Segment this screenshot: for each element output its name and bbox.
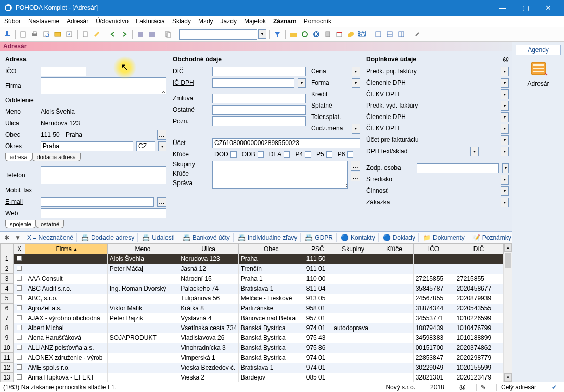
tool-grid2-icon[interactable]	[384, 29, 395, 40]
email-button[interactable]: …	[157, 197, 166, 207]
toolbar-search-input[interactable]	[179, 29, 257, 40]
input-telefon[interactable]	[41, 166, 166, 184]
input-ucet[interactable]	[212, 138, 360, 148]
row-checkbox[interactable]	[14, 274, 25, 284]
menu-zaznam[interactable]: Záznam	[273, 18, 297, 25]
tool-iban-icon[interactable]: IBAN	[357, 29, 367, 40]
tab-ostatne[interactable]: ostatné	[36, 220, 64, 228]
key-dea-checkbox[interactable]	[284, 151, 290, 158]
side-label[interactable]: Adresár	[516, 80, 561, 87]
key-dod-checkbox[interactable]	[230, 151, 237, 158]
side-head[interactable]: Agendy	[516, 45, 561, 55]
input-zodp[interactable]	[417, 163, 499, 173]
menu-sklady[interactable]: Sklady	[172, 18, 191, 25]
table-row[interactable]: 5ABC, s.r.o.Tulipánová 56Melčice - Liesk…	[1, 294, 504, 304]
tool-mail-icon[interactable]	[53, 29, 63, 40]
skupiny-button[interactable]: …	[351, 161, 360, 171]
grid-filter-icon[interactable]: ▼	[12, 234, 23, 241]
row-checkbox[interactable]	[14, 323, 25, 333]
dph-sklad-dd2[interactable]: ▾	[501, 147, 509, 156]
col-kluce[interactable]: Kľúče	[375, 244, 413, 254]
minimize-button[interactable]: —	[491, 0, 514, 16]
tool-refresh-icon[interactable]	[300, 29, 310, 40]
predk-prij-dropdown[interactable]: ▾	[501, 67, 509, 76]
tool-coins-icon[interactable]	[345, 29, 356, 40]
menu-uctovnictvo[interactable]: Účtovníctvo	[96, 18, 129, 25]
cena-dropdown[interactable]: ▾	[352, 67, 360, 76]
input-zmluva[interactable]	[212, 94, 306, 103]
obec-picker-button[interactable]: …	[157, 130, 166, 140]
input-firma[interactable]	[41, 77, 166, 94]
key-p5-checkbox[interactable]	[326, 151, 332, 158]
menu-mzdy[interactable]: Mzdy	[198, 18, 213, 25]
menu-jazdy[interactable]: Jazdy	[221, 18, 237, 25]
row-checkbox[interactable]	[14, 353, 25, 363]
at-icon[interactable]: @	[503, 56, 509, 63]
tool-grid3-icon[interactable]	[396, 29, 406, 40]
status-edit-icon[interactable]: ✎	[476, 384, 490, 391]
tool-folder-icon[interactable]	[288, 29, 299, 40]
menu-fakturacia[interactable]: Fakturácia	[136, 18, 165, 25]
dph-sklad-dd1[interactable]: ▾	[470, 147, 479, 156]
table-row[interactable]: 13Anna Hupková - EFEKTVieska 2Bardejov08…	[1, 373, 504, 382]
menu-pomocnik[interactable]: Pomocník	[304, 18, 331, 25]
tool-calc-icon[interactable]	[323, 29, 333, 40]
table-row[interactable]: 10ALLIANZ poisťovňa a.s.Vinohradnícka 3B…	[1, 343, 504, 353]
col-dic[interactable]: DIČ	[454, 244, 504, 254]
input-skupiny[interactable]	[212, 161, 348, 189]
tab-adresa[interactable]: adresa	[5, 153, 32, 161]
input-dic[interactable]	[212, 67, 306, 76]
tool-copy-icon[interactable]	[163, 29, 173, 40]
table-row[interactable]: 11ALONEX združenie - výrobVimperská 1Ban…	[1, 353, 504, 363]
clenenie1-dropdown[interactable]: ▾	[501, 78, 509, 88]
stredisko-dropdown[interactable]: ▾	[501, 175, 509, 185]
forma-dropdown[interactable]: ▾	[352, 78, 360, 88]
row-checkbox[interactable]	[14, 264, 25, 274]
col-ulica[interactable]: Ulica	[178, 244, 238, 254]
tool-back-icon[interactable]	[108, 29, 118, 40]
gtab-kontakty[interactable]: 🔵 Kontakty	[338, 233, 379, 242]
ucet-fakt-dropdown[interactable]: ▾	[501, 135, 509, 145]
tool-save-icon[interactable]	[135, 29, 146, 40]
key-p4-checkbox[interactable]	[305, 151, 311, 158]
table-row[interactable]: 4ABC Audit s.r.o.Ing. Roman DvorskýPalac…	[1, 284, 504, 294]
input-pozn[interactable]	[212, 116, 306, 126]
row-checkbox[interactable]	[14, 284, 25, 294]
side-agenda-icon[interactable]	[529, 59, 548, 78]
close-button[interactable]: ✕	[537, 0, 560, 16]
input-email[interactable]	[41, 197, 154, 207]
tool-cal-icon[interactable]	[334, 29, 344, 40]
input-okres[interactable]	[41, 141, 133, 151]
grid[interactable]: X Firma ▴ Meno Ulica Obec PSČ Skupiny Kľ…	[0, 243, 512, 382]
col-skupiny[interactable]: Skupiny	[331, 244, 375, 254]
input-icdph[interactable]	[212, 78, 294, 88]
tab-spojenie[interactable]: spojenie	[5, 220, 36, 228]
col-obec[interactable]: Obec	[238, 244, 304, 254]
toolbar-search-dropdown[interactable]: ▼	[258, 29, 266, 39]
predk-vyd-dropdown[interactable]: ▾	[501, 101, 509, 111]
row-checkbox[interactable]	[14, 294, 25, 304]
menu-majetok[interactable]: Majetok	[244, 18, 266, 25]
grid-star-icon[interactable]: ✱	[2, 234, 11, 241]
tool-edit-icon[interactable]	[92, 29, 102, 40]
tool-forward-icon[interactable]	[119, 29, 130, 40]
gtab-dodacie[interactable]: 📇 Dodacie adresy	[78, 233, 138, 242]
scroll-down-icon[interactable]: ▼	[504, 373, 512, 382]
row-checkbox[interactable]	[14, 313, 25, 323]
tool-export-icon[interactable]	[64, 29, 74, 40]
input-web[interactable]	[41, 208, 166, 218]
scroll-thumb[interactable]	[505, 253, 511, 268]
key-p6-checkbox[interactable]	[347, 151, 353, 158]
clkv2-dropdown[interactable]: ▾	[501, 124, 509, 134]
maximize-button[interactable]: ▢	[514, 0, 537, 16]
input-country[interactable]	[136, 141, 155, 151]
row-checkbox[interactable]	[14, 333, 25, 343]
tool-doc-icon[interactable]	[80, 29, 91, 40]
cudzmena-dropdown[interactable]: ▾	[352, 124, 360, 134]
tool-wrench-icon[interactable]	[412, 29, 422, 40]
table-row[interactable]: 3AAA ConsultNárodní 15Praha 1110 0027215…	[1, 274, 504, 284]
tool-print-icon[interactable]	[30, 29, 40, 40]
gtab-bankove[interactable]: 📇 Bankové účty	[180, 233, 234, 242]
vertical-scrollbar[interactable]: ▲ ▼	[504, 243, 512, 382]
tool-pin-icon[interactable]	[2, 29, 12, 40]
